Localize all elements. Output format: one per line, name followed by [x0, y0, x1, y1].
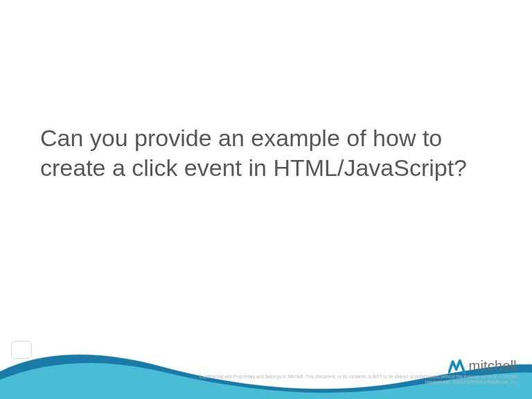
- slide-title: Can you provide an example of how to cre…: [40, 123, 492, 182]
- page-number-badge: [11, 341, 32, 359]
- brand-logo-icon: [448, 359, 466, 374]
- brand-logo: mitchell: [448, 358, 517, 374]
- slide: Can you provide an example of how to cre…: [0, 0, 532, 399]
- confidential-footer: Confidential and Proprietary and Belongs…: [180, 374, 518, 385]
- brand-logo-text: mitchell: [469, 358, 517, 374]
